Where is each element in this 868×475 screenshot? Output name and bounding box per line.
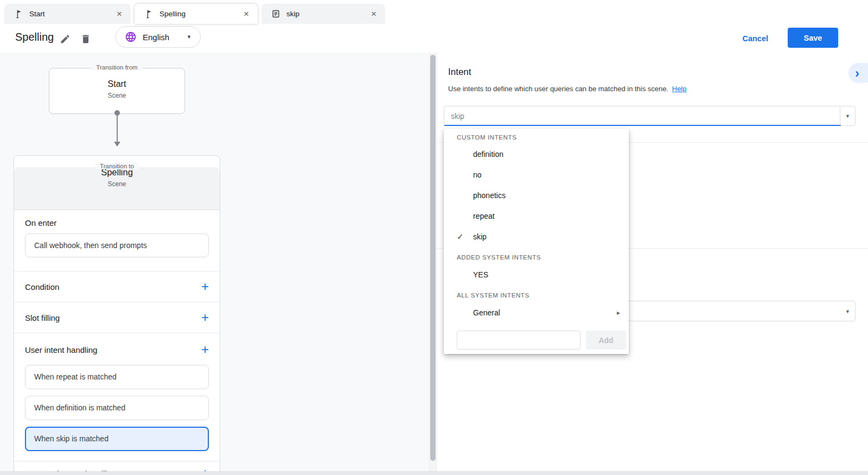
transition-from-badge: Transition from bbox=[91, 64, 142, 71]
dropdown-item-skip-selected[interactable]: ✓ skip bbox=[444, 226, 629, 247]
panel-title: Intent bbox=[448, 67, 471, 78]
tab-label: Spelling bbox=[159, 10, 242, 18]
scene-canvas: Transition from Start Scene Transition t… bbox=[0, 53, 429, 471]
cancel-button[interactable]: Cancel bbox=[738, 29, 773, 48]
node-subtitle: Scene bbox=[14, 180, 220, 188]
tab-label: Start bbox=[29, 10, 116, 18]
chevron-down-icon: ▼ bbox=[187, 34, 192, 40]
group-header-custom-intents: CUSTOM INTENTS bbox=[444, 129, 629, 144]
group-header-added-system-intents: ADDED SYSTEM INTENTS bbox=[444, 247, 629, 264]
tab-label: skip bbox=[286, 10, 370, 18]
dropdown-item-definition[interactable]: definition bbox=[444, 144, 629, 164]
tab-spelling[interactable]: Spelling × bbox=[135, 4, 258, 24]
dropdown-item-yes[interactable]: YES bbox=[444, 264, 629, 285]
user-intent-handling-label: User intent handling bbox=[25, 345, 97, 354]
group-header-all-system-intents: ALL SYSTEM INTENTS bbox=[444, 285, 629, 302]
add-intent-row: Add bbox=[457, 331, 629, 350]
pencil-icon bbox=[60, 34, 71, 45]
panel-description: Use intents to define which user queries… bbox=[448, 85, 687, 93]
on-enter-card[interactable]: Call webhook, then send prompts bbox=[25, 233, 209, 257]
scene-flag-icon bbox=[14, 9, 23, 18]
error-status-section: Error and status handling + bbox=[14, 461, 220, 471]
chevron-right-icon: › bbox=[855, 66, 859, 81]
language-label: English bbox=[143, 33, 187, 42]
language-selector[interactable]: English ▼ bbox=[116, 26, 201, 48]
node-subtitle: Scene bbox=[49, 92, 184, 99]
page-title: Spelling bbox=[15, 31, 54, 43]
tab-start[interactable]: Start × bbox=[4, 4, 131, 24]
close-icon[interactable]: × bbox=[116, 9, 123, 18]
intent-handler-card-selected[interactable]: When skip is matched bbox=[25, 427, 209, 451]
app-bar: Spelling English ▼ Cancel Save bbox=[0, 24, 868, 53]
slot-filling-label: Slot filling bbox=[25, 313, 60, 322]
connector-line bbox=[117, 113, 118, 142]
scene-flag-icon bbox=[144, 9, 154, 18]
check-icon: ✓ bbox=[457, 226, 464, 247]
spelling-scene-node: Transition to Spelling Scene On enter Ca… bbox=[14, 155, 220, 471]
add-intent-handler-button[interactable]: + bbox=[201, 344, 209, 355]
intent-dropdown: CUSTOM INTENTS definition no phonetics r… bbox=[444, 129, 629, 354]
dropdown-item-repeat[interactable]: repeat bbox=[444, 206, 629, 226]
vertical-scrollbar[interactable] bbox=[429, 53, 437, 471]
add-condition-button[interactable]: + bbox=[201, 281, 209, 292]
on-enter-label: On enter bbox=[25, 218, 209, 227]
slot-filling-section: Slot filling + bbox=[14, 302, 220, 333]
scene-node-header[interactable]: Transition to Spelling Scene bbox=[14, 167, 220, 210]
close-icon[interactable]: × bbox=[370, 9, 378, 18]
trash-icon bbox=[80, 34, 91, 45]
scrollbar-thumb[interactable] bbox=[430, 55, 436, 461]
collapse-panel-button[interactable]: › bbox=[848, 63, 868, 83]
start-scene-node[interactable]: Transition from Start Scene bbox=[49, 68, 185, 114]
edit-scene-button[interactable] bbox=[60, 34, 72, 46]
chevron-down-icon: ▼ bbox=[845, 309, 850, 314]
chevron-down-icon: ▼ bbox=[845, 113, 850, 119]
user-intent-handling-section: User intent handling + When repeat is ma… bbox=[14, 333, 220, 461]
actions-builder-window: Start × Spelling × skip × Spelling bbox=[0, 0, 868, 475]
on-enter-section: On enter Call webhook, then send prompts bbox=[14, 210, 220, 271]
description-text: Use intents to define which user queries… bbox=[448, 85, 668, 93]
intent-dropdown-toggle[interactable]: ▼ bbox=[840, 106, 855, 125]
condition-section: Condition + bbox=[14, 271, 220, 302]
intent-document-icon bbox=[271, 9, 280, 18]
submenu-arrow-icon: ▸ bbox=[617, 302, 620, 323]
condition-label: Condition bbox=[25, 282, 59, 292]
dropdown-item-no[interactable]: no bbox=[444, 164, 629, 185]
intent-handler-card[interactable]: When definition is matched bbox=[25, 396, 209, 420]
bottom-scroll-band bbox=[0, 471, 868, 475]
delete-scene-button[interactable] bbox=[80, 34, 92, 46]
dropdown-item-general[interactable]: General ▸ bbox=[444, 302, 629, 323]
transition-to-badge: Transition to bbox=[95, 163, 139, 169]
add-slot-button[interactable]: + bbox=[201, 312, 209, 323]
tab-skip[interactable]: skip × bbox=[261, 4, 385, 24]
add-intent-button[interactable]: Add bbox=[586, 331, 626, 350]
focus-underline bbox=[444, 125, 841, 126]
connector-arrowhead bbox=[114, 142, 120, 147]
help-link[interactable]: Help bbox=[672, 85, 687, 93]
new-intent-input[interactable] bbox=[457, 331, 580, 350]
intent-editor-panel: Intent Use intents to define which user … bbox=[437, 53, 868, 471]
dropdown-item-phonetics[interactable]: phonetics bbox=[444, 185, 629, 206]
intent-input[interactable] bbox=[444, 106, 839, 125]
close-icon[interactable]: × bbox=[242, 9, 250, 18]
save-button[interactable]: Save bbox=[788, 28, 838, 48]
intent-handler-card[interactable]: When repeat is matched bbox=[25, 365, 209, 389]
node-title: Start bbox=[49, 79, 184, 89]
intent-search-field: ▼ bbox=[444, 106, 856, 126]
globe-icon bbox=[125, 31, 137, 43]
tab-bar: Start × Spelling × skip × bbox=[0, 0, 868, 24]
